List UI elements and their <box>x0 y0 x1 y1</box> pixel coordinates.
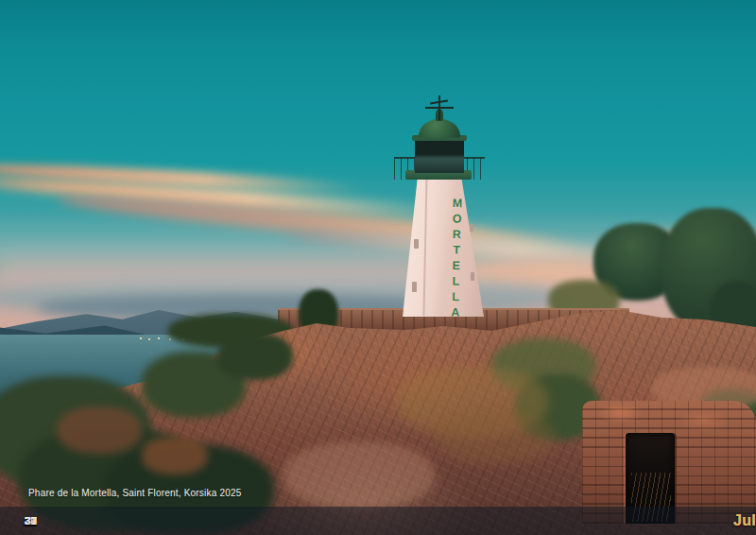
village-lights <box>140 337 142 339</box>
lighthouse-window <box>470 224 473 232</box>
lighthouse-window <box>471 272 474 281</box>
photo-caption: Phare de la Mortella, Saint Florent, Kor… <box>28 488 241 498</box>
lighthouse-window <box>412 282 417 292</box>
calendar-page: MORTELLA Phare de la Mortella, Saint Flo… <box>0 0 756 535</box>
month-label-english: July <box>733 512 756 529</box>
lighthouse-lantern-room <box>415 139 464 173</box>
lighthouse-window <box>414 239 419 249</box>
weather-vane-icon <box>425 107 454 109</box>
dry-bush <box>142 437 208 475</box>
calendar-days-row: 1234567891011121314151617181920212223242… <box>25 513 590 528</box>
boulder-highlight <box>284 442 435 509</box>
dry-grass <box>437 414 556 463</box>
shrubs <box>217 333 293 380</box>
calendar-day: 31 <box>25 515 37 526</box>
dry-bush <box>57 406 142 454</box>
lighthouse-name-text: MORTELLA <box>441 197 464 312</box>
